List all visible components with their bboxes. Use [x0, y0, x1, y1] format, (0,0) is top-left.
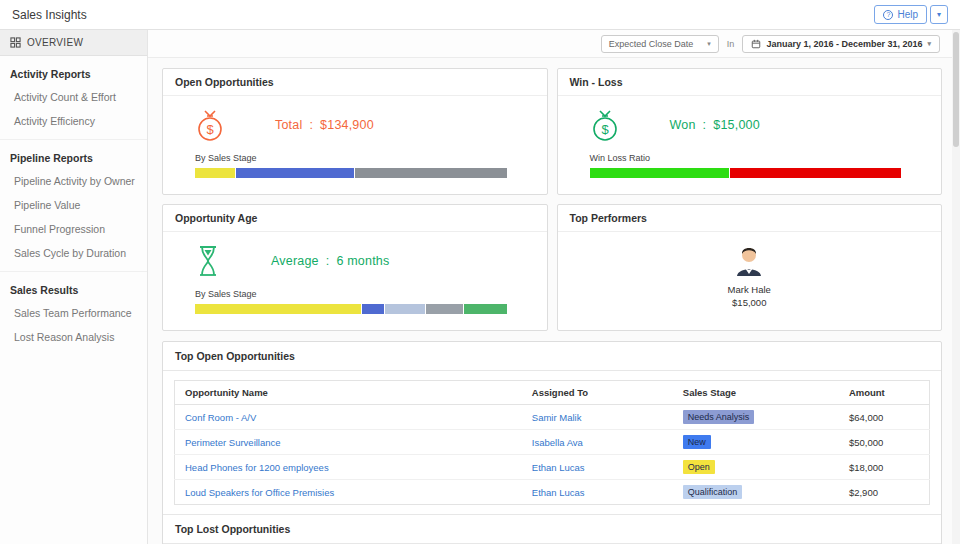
amount-cell: $50,000 — [839, 430, 930, 455]
performer-amount: $15,000 — [558, 297, 942, 308]
performer-name: Mark Hale — [558, 284, 942, 295]
bar-segment-stage-2 — [236, 168, 354, 178]
card-title: Opportunity Age — [163, 205, 547, 232]
sidebar-item-overview[interactable]: OVERVIEW — [0, 30, 147, 56]
svg-text:$: $ — [206, 122, 214, 137]
hourglass-icon — [195, 245, 221, 277]
bar-segment-stage-5 — [464, 304, 507, 314]
metric-value: 6 months — [336, 254, 389, 268]
table-row: Loud Speakers for Office Premisies Ethan… — [175, 480, 930, 505]
svg-text:$: $ — [601, 122, 609, 137]
amount-cell: $2,900 — [839, 480, 930, 505]
opportunity-age-stage-bar — [195, 304, 507, 314]
col-header: Amount — [839, 381, 930, 405]
date-range-value: January 1, 2016 - December 31, 2016 — [766, 39, 922, 49]
opportunity-link[interactable]: Conf Room - A/V — [185, 412, 256, 423]
col-header: Sales Stage — [673, 381, 839, 405]
stage-badge: Needs Analysis — [683, 410, 755, 424]
card-title: Win - Loss — [558, 69, 942, 96]
metric-value: $15,000 — [713, 118, 760, 132]
help-icon: ? — [883, 10, 893, 20]
opportunity-age-metric: Average:6 months — [271, 254, 389, 268]
sidebar-item-activity-efficiency[interactable]: Activity Efficiency — [0, 109, 147, 133]
assignee-link[interactable]: Ethan Lucas — [532, 487, 585, 498]
bar-label: Win Loss Ratio — [590, 153, 912, 163]
grid-icon — [10, 37, 21, 48]
in-label: In — [727, 39, 735, 49]
metric-label: Total — [275, 118, 302, 132]
stage-badge: Qualification — [683, 485, 743, 499]
sidebar: OVERVIEW Activity Reports Activity Count… — [0, 30, 148, 544]
topbar-dropdown-button[interactable]: ▾ — [930, 5, 948, 24]
bar-label: By Sales Stage — [195, 289, 517, 299]
card-title: Top Performers — [558, 205, 942, 232]
bar-segment-stage-3 — [355, 168, 507, 178]
section-title: Activity Reports — [0, 60, 147, 85]
assignee-link[interactable]: Samir Malik — [532, 412, 582, 423]
opportunity-link[interactable]: Head Phones for 1200 employees — [185, 462, 329, 473]
top-performer[interactable]: Mark Hale $15,000 — [558, 232, 942, 308]
field-filter-value: Expected Close Date — [609, 39, 694, 49]
date-range-dropdown[interactable]: January 1, 2016 - December 31, 2016 ▾ — [742, 35, 940, 53]
metric-value: $134,900 — [320, 118, 374, 132]
sidebar-item-sales-cycle-by-duration[interactable]: Sales Cycle by Duration — [0, 241, 147, 265]
bar-segment-stage-2 — [362, 304, 384, 314]
top-bar: Sales Insights ? Help ▾ — [0, 0, 960, 30]
open-opportunities-stage-bar — [195, 168, 507, 178]
card-title: Open Opportunities — [163, 69, 547, 96]
col-header: Assigned To — [522, 381, 673, 405]
table-header-row: Opportunity Name Assigned To Sales Stage… — [175, 381, 930, 405]
filter-bar: Expected Close Date ▾ In January 1, 2016… — [148, 30, 960, 58]
sidebar-section-sales-results: Sales Results Sales Team Performance Los… — [0, 271, 147, 355]
chevron-down-icon: ▾ — [707, 40, 711, 48]
opportunity-link[interactable]: Loud Speakers for Office Premisies — [185, 487, 334, 498]
help-label: Help — [897, 9, 918, 20]
sidebar-section-pipeline-reports: Pipeline Reports Pipeline Activity by Ow… — [0, 139, 147, 271]
section-title: Sales Results — [0, 276, 147, 301]
opportunity-link[interactable]: Perimeter Surveillance — [185, 437, 281, 448]
sidebar-item-pipeline-activity-by-owner[interactable]: Pipeline Activity by Owner — [0, 169, 147, 193]
sidebar-item-activity-count-effort[interactable]: Activity Count & Effort — [0, 85, 147, 109]
scrollbar-thumb[interactable] — [953, 32, 959, 147]
chevron-down-icon: ▾ — [937, 10, 941, 19]
money-bag-icon: $ — [590, 108, 620, 142]
sidebar-item-lost-reason-analysis[interactable]: Lost Reason Analysis — [0, 325, 147, 349]
field-filter-dropdown[interactable]: Expected Close Date ▾ — [601, 35, 719, 53]
vertical-scrollbar[interactable] — [952, 30, 960, 544]
win-loss-metric: Won:$15,000 — [670, 118, 760, 132]
stage-badge: New — [683, 435, 711, 449]
card-top-performers: Top Performers Mark Hale $15,000 — [557, 204, 943, 331]
money-bag-icon: $ — [195, 108, 225, 142]
sidebar-section-activity-reports: Activity Reports Activity Count & Effort… — [0, 56, 147, 139]
card-win-loss: Win - Loss $ Won:$15,000 Win Loss Ratio — [557, 68, 943, 195]
table-row: Perimeter Surveillance Isabella Ava New … — [175, 430, 930, 455]
help-button[interactable]: ? Help — [874, 5, 927, 24]
amount-cell: $64,000 — [839, 405, 930, 430]
table-row: Head Phones for 1200 employees Ethan Luc… — [175, 455, 930, 480]
sidebar-item-pipeline-value[interactable]: Pipeline Value — [0, 193, 147, 217]
avatar — [731, 242, 767, 278]
sidebar-item-sales-team-performance[interactable]: Sales Team Performance — [0, 301, 147, 325]
col-header: Opportunity Name — [175, 381, 522, 405]
bar-segment-stage-1 — [195, 304, 361, 314]
bar-segment-won — [590, 168, 730, 178]
amount-cell: $18,000 — [839, 455, 930, 480]
sidebar-item-funnel-progression[interactable]: Funnel Progression — [0, 217, 147, 241]
stage-badge: Open — [683, 460, 715, 474]
section-title: Pipeline Reports — [0, 144, 147, 169]
topbar-actions: ? Help ▾ — [874, 5, 948, 24]
bar-label: By Sales Stage — [195, 153, 517, 163]
top-lost-opportunities-title: Top Lost Opportunities — [163, 514, 941, 544]
assignee-link[interactable]: Ethan Lucas — [532, 462, 585, 473]
top-open-opportunities-table: Opportunity Name Assigned To Sales Stage… — [174, 380, 930, 505]
assignee-link[interactable]: Isabella Ava — [532, 437, 583, 448]
chevron-down-icon: ▾ — [927, 40, 931, 48]
metric-label: Average — [271, 254, 319, 268]
open-opportunities-metric: Total:$134,900 — [275, 118, 374, 132]
opportunities-tables-card: Top Open Opportunities Opportunity Name … — [162, 341, 942, 544]
card-opportunity-age: Opportunity Age Average:6 months — [162, 204, 548, 331]
bar-segment-stage-3 — [385, 304, 425, 314]
dashboard-cards: Open Opportunities $ Total:$134,900 By S… — [148, 58, 960, 331]
main-content: Expected Close Date ▾ In January 1, 2016… — [148, 30, 960, 544]
win-loss-ratio-bar — [590, 168, 902, 178]
